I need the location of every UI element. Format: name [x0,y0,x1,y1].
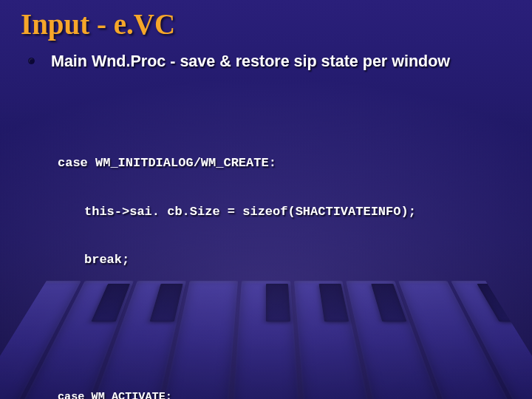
code-line: this->sai. cb.Size = sizeof(SHACTIVATEIN… [58,204,511,220]
code-block-activate: case WM_ACTIVATE: SHHandle.WMActivate(h.… [58,361,511,399]
code-line: case WM_ACTIVATE: [58,390,511,399]
bullet-icon [28,58,35,64]
bullet-row: Main Wnd.Proc - save & restore sip state… [28,52,511,71]
code-area: case WM_INITDIALOG/WM_CREATE: this->sai.… [58,75,511,399]
code-block-initdialog: case WM_INITDIALOG/WM_CREATE: this->sai.… [58,123,511,300]
slide: Input - e.VC Main Wnd.Proc - save & rest… [0,0,532,399]
code-line: break; [58,252,511,268]
code-line: case WM_INITDIALOG/WM_CREATE: [58,155,511,171]
slide-body: Main Wnd.Proc - save & restore sip state… [21,52,511,399]
bullet-text: Main Wnd.Proc - save & restore sip state… [51,52,450,71]
slide-title: Input - e.VC [21,7,511,41]
